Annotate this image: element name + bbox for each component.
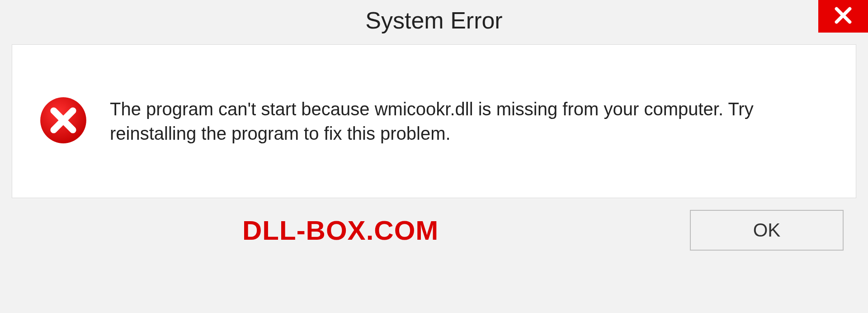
content-panel: The program can't start because wmicookr… [12,44,856,198]
error-icon [39,96,87,146]
ok-button[interactable]: OK [690,210,844,251]
close-button[interactable] [818,0,868,33]
dialog-title: System Error [365,7,502,34]
ok-button-label: OK [753,219,781,241]
watermark-text: DLL-BOX.COM [242,215,439,246]
footer: DLL-BOX.COM OK [12,205,856,251]
titlebar: System Error [0,0,868,41]
error-message: The program can't start because wmicookr… [110,97,829,146]
close-icon [833,5,853,27]
